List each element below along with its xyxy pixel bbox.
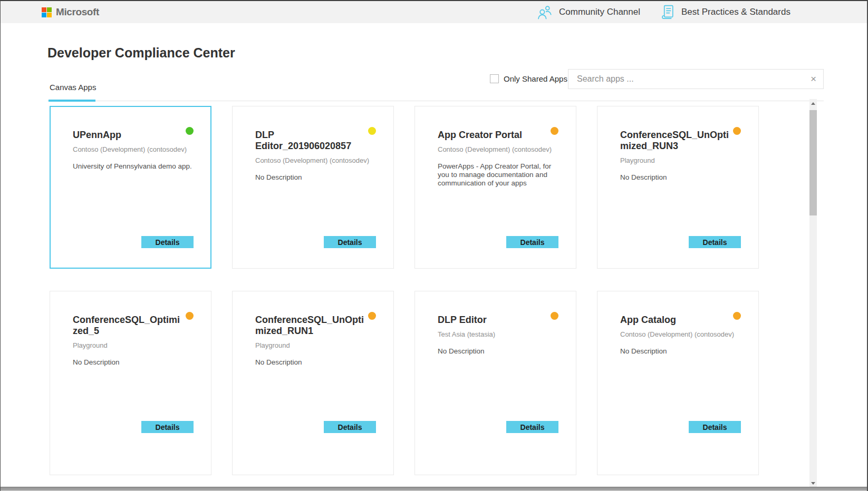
only-shared-apps-filter[interactable]: Only Shared Apps <box>490 74 567 83</box>
app-card[interactable]: App Catalog Contoso (Development) (conto… <box>597 291 759 475</box>
app-description: No Description <box>620 173 742 182</box>
app-card[interactable]: DLP Editor_201906020857 Contoso (Develop… <box>232 106 394 269</box>
app-title: DLP Editor <box>438 315 548 326</box>
app-environment: Playground <box>620 156 735 164</box>
scroll-up-icon[interactable] <box>811 102 815 105</box>
horizontal-scrollbar[interactable] <box>1 487 867 491</box>
search-box: × <box>568 69 824 89</box>
document-icon <box>662 5 674 19</box>
only-shared-apps-label: Only Shared Apps <box>504 74 567 83</box>
app-environment: Contoso (Development) (contosodev) <box>438 145 552 153</box>
details-button[interactable]: Details <box>689 236 741 248</box>
status-dot <box>551 312 558 320</box>
app-title: App Catalog <box>620 315 730 326</box>
app-title: UPennApp <box>73 130 183 141</box>
app-title: ConferenceSQL_Optimized_5 <box>73 315 183 337</box>
app-description: University of Pennsylvania demo app. <box>73 162 195 171</box>
app-title: ConferenceSQL_UnOptimized_RUN1 <box>255 315 365 337</box>
app-environment: Contoso (Development) (contosodev) <box>620 330 735 338</box>
status-dot <box>186 127 194 135</box>
app-description: No Description <box>620 347 742 356</box>
status-dot <box>733 127 741 135</box>
community-channel-label: Community Channel <box>559 7 640 17</box>
microsoft-home-link[interactable]: Microsoft <box>42 1 99 23</box>
app-card[interactable]: App Creator Portal Contoso (Development)… <box>414 106 576 269</box>
active-tab-underline <box>49 100 95 102</box>
app-card[interactable]: UPennApp Contoso (Development) (contosod… <box>50 106 211 269</box>
page-title: Developer Compliance Center <box>47 45 235 61</box>
best-practices-label: Best Practices & Standards <box>681 7 790 17</box>
details-button[interactable]: Details <box>506 421 558 433</box>
app-environment: Playground <box>255 341 370 349</box>
app-description: No Description <box>73 358 195 367</box>
app-description: No Description <box>438 347 560 356</box>
vertical-scrollbar-thumb[interactable] <box>809 110 817 215</box>
search-input[interactable] <box>568 70 823 89</box>
clear-search-icon[interactable]: × <box>811 74 816 84</box>
status-dot <box>733 312 741 320</box>
details-button[interactable]: Details <box>506 236 558 248</box>
details-button[interactable]: Details <box>324 421 376 433</box>
scroll-down-icon[interactable] <box>811 482 815 485</box>
status-dot <box>186 312 194 320</box>
best-practices-link[interactable]: Best Practices & Standards <box>662 1 790 23</box>
app-environment: Contoso (Development) (contosodev) <box>73 145 187 153</box>
app-card-grid: UPennApp Contoso (Development) (contosod… <box>50 106 759 475</box>
topbar: Microsoft Community Channel <box>1 1 867 23</box>
app-description: No Description <box>255 173 378 182</box>
only-shared-apps-checkbox[interactable] <box>490 74 499 83</box>
app-card[interactable]: DLP Editor Test Asia (testasia) No Descr… <box>414 291 576 475</box>
details-button[interactable]: Details <box>141 421 194 433</box>
status-dot <box>551 127 558 135</box>
app-description: No Description <box>255 358 378 367</box>
app-environment: Test Asia (testasia) <box>438 330 552 338</box>
tab-canvas-apps[interactable]: Canvas Apps <box>50 83 96 92</box>
people-icon <box>537 5 552 19</box>
app-card[interactable]: ConferenceSQL_UnOptimized_RUN3 Playgroun… <box>597 106 759 269</box>
vertical-scrollbar[interactable] <box>809 99 817 488</box>
app-card[interactable]: ConferenceSQL_UnOptimized_RUN1 Playgroun… <box>232 291 394 475</box>
community-channel-link[interactable]: Community Channel <box>537 1 640 23</box>
app-title: ConferenceSQL_UnOptimized_RUN3 <box>620 130 730 152</box>
app-environment: Playground <box>73 341 187 349</box>
app-description: PowerApps - App Creator Portal, for you … <box>438 162 560 188</box>
status-dot <box>368 127 376 135</box>
details-button[interactable]: Details <box>689 421 741 433</box>
app-environment: Contoso (Development) (contosodev) <box>255 156 370 164</box>
app-window: Microsoft Community Channel <box>0 0 868 491</box>
status-dot <box>368 312 376 320</box>
app-card[interactable]: ConferenceSQL_Optimized_5 Playground No … <box>50 291 211 475</box>
app-title: App Creator Portal <box>438 130 548 141</box>
app-title: DLP Editor_201906020857 <box>255 130 365 152</box>
details-button[interactable]: Details <box>324 236 376 248</box>
microsoft-logo-icon <box>42 7 52 17</box>
details-button[interactable]: Details <box>141 236 194 248</box>
tabbar-divider <box>47 101 824 101</box>
brand-name: Microsoft <box>56 6 99 18</box>
